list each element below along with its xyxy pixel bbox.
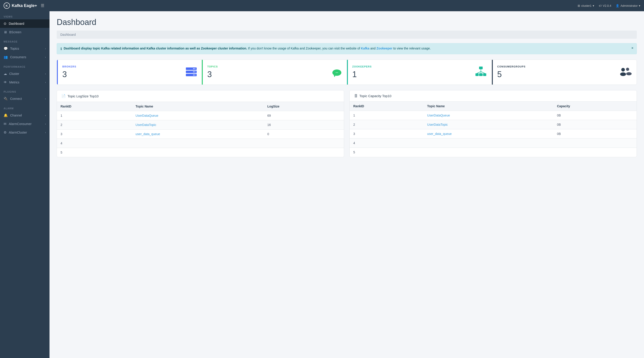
topic-link[interactable]: UserDataQueue [427, 114, 450, 117]
brand-logo: K [4, 2, 10, 9]
logsize-value: 0 [264, 129, 344, 139]
table-row: 1 UserDataQueue 69 [57, 111, 344, 120]
svg-marker-10 [334, 75, 336, 77]
sidebar-label-bscreen: BScreen [9, 30, 22, 34]
capacity-col-rankid: RankID [350, 102, 424, 111]
logsize-topic [132, 148, 264, 157]
topic-link[interactable]: UserDataTopic [136, 123, 156, 127]
version-display: 🏷 V2.0.4 [599, 4, 611, 7]
svg-point-5 [193, 71, 194, 72]
logsize-value: 69 [264, 111, 344, 120]
logsize-rank: 3 [57, 129, 132, 139]
alert-bold-text: Dashboard display topic Kafka related in… [64, 46, 247, 50]
logsize-rank: 5 [57, 148, 132, 157]
capacity-value: 0B [553, 129, 636, 138]
user-chevron-icon: ▾ [639, 4, 640, 7]
topic-link[interactable]: user_data_queue [427, 132, 452, 136]
brand-name: Kafka Eagle+ [12, 3, 37, 8]
sidebar-item-topics[interactable]: 💬 Topics › [0, 44, 50, 53]
capacity-rank: 4 [350, 138, 424, 148]
sidebar-label-channel: Channel [10, 114, 22, 117]
sidebar-section-views: VIEWS [0, 11, 50, 19]
stat-card-topics: TOPICS 3 ··· [202, 60, 347, 84]
kafka-link[interactable]: Kafka [361, 46, 370, 50]
zookeeper-link[interactable]: Zookeeper [376, 46, 392, 50]
version-label: V2.0.4 [603, 4, 611, 7]
logsize-topic[interactable]: UserDataQueue [132, 111, 264, 120]
cluster-selector[interactable]: ⊞ cluster1 ▾ [578, 4, 594, 7]
sidebar-item-dashboard[interactable]: ⊙ Dashboard [0, 19, 50, 28]
topics-label: TOPICS [207, 65, 218, 68]
table-row: 4 [350, 138, 636, 148]
sidebar-item-metrics[interactable]: 👁 Metrics › [0, 78, 50, 86]
alert-normal-text: If you don't know the usage of Kafka and… [248, 46, 361, 50]
svg-point-20 [620, 72, 626, 76]
capacity-table-header: 🗄 Topic Capacity Top10 [350, 90, 636, 102]
capacity-value [553, 138, 636, 148]
table-row: 3 user_data_queue 0 [57, 129, 344, 139]
dashboard-icon: ⊙ [4, 21, 6, 26]
sidebar-item-cluster[interactable]: ☁ Cluster › [0, 69, 50, 78]
table-row: 3 user_data_queue 0B [350, 129, 636, 138]
stat-card-consumergroups: CONSUMERGROUPS 5 [492, 60, 636, 84]
capacity-table-title: Topic Capacity Top10 [359, 94, 391, 98]
svg-rect-14 [483, 73, 486, 76]
bscreen-icon: 🖥 [4, 30, 7, 34]
capacity-col-capacity: Capacity [553, 102, 636, 111]
sidebar-item-alarmcluster[interactable]: ⚙ AlarmCluster › [0, 128, 50, 137]
logsize-col-topicname: Topic Name [132, 102, 264, 111]
capacity-topic [424, 138, 553, 148]
topic-link[interactable]: UserDataTopic [427, 123, 448, 126]
user-menu[interactable]: 👤 Administrator ▾ [616, 4, 640, 7]
logsize-header-icon: 📄 [62, 94, 66, 98]
alarmconsumer-chevron-icon: › [45, 123, 46, 125]
logsize-value [264, 148, 344, 157]
user-icon: 👤 [616, 4, 619, 7]
topic-link[interactable]: UserDataQueue [136, 114, 158, 117]
hamburger-icon[interactable]: ☰ [41, 3, 44, 8]
capacity-value [553, 148, 636, 157]
svg-point-2 [193, 68, 194, 69]
alarmcluster-chevron-icon: › [45, 131, 46, 134]
cluster-icon: ⊞ [578, 4, 580, 7]
svg-point-1 [194, 68, 195, 69]
alert-end-text: to view the relevant usage. [393, 46, 431, 50]
table-row: 5 [350, 148, 636, 157]
sidebar-label-cluster: Cluster [9, 72, 19, 75]
logsize-value [264, 139, 344, 148]
navbar: K Kafka Eagle+ ☰ ⊞ cluster1 ▾ 🏷 V2.0.4 👤… [0, 0, 644, 11]
svg-text:···: ··· [336, 71, 338, 74]
capacity-table: RankID Topic Name Capacity 1 UserDataQue… [350, 102, 636, 157]
svg-point-4 [194, 71, 195, 72]
capacity-topic[interactable]: UserDataQueue [424, 111, 553, 120]
sidebar-item-connect[interactable]: 🔌 Connect › [0, 94, 50, 103]
sidebar-section-plugins: PLUGINS [0, 86, 50, 94]
capacity-topic [424, 148, 553, 157]
cluster-icon: ☁ [4, 72, 7, 76]
sidebar-item-consumers[interactable]: 👥 Consumers › [0, 53, 50, 61]
stat-info-consumergroups: CONSUMERGROUPS 5 [497, 65, 526, 79]
logsize-topic[interactable]: UserDataTopic [132, 120, 264, 129]
svg-rect-15 [479, 73, 483, 76]
capacity-rank: 2 [350, 120, 424, 129]
consumers-icon: 👥 [4, 55, 8, 59]
svg-point-22 [626, 72, 632, 75]
sidebar-item-bscreen[interactable]: 🖥 BScreen [0, 28, 50, 36]
main-content: Dashboard Dashboard ℹ Dashboard display … [50, 11, 644, 358]
close-icon[interactable]: × [632, 46, 634, 50]
topic-link[interactable]: user_data_queue [136, 132, 160, 136]
connect-chevron-icon: › [45, 97, 46, 100]
sidebar-label-topics: Topics [10, 47, 19, 50]
alarmcluster-icon: ⚙ [4, 130, 6, 134]
topics-icon: ··· [332, 66, 342, 78]
sidebar-item-channel[interactable]: 🔔 Channel › [0, 111, 50, 120]
logsize-topic[interactable]: user_data_queue [132, 129, 264, 139]
brand[interactable]: K Kafka Eagle+ [4, 2, 37, 9]
capacity-topic[interactable]: UserDataTopic [424, 120, 553, 129]
svg-line-18 [481, 71, 485, 73]
capacity-topic[interactable]: user_data_queue [424, 129, 553, 138]
metrics-icon: 👁 [4, 80, 7, 84]
svg-rect-12 [479, 66, 483, 69]
sidebar-item-alarmconsumer[interactable]: ✉ AlarmConsumer › [0, 120, 50, 128]
logsize-table-header: 📄 Topic LogSize Top10 [57, 90, 344, 102]
